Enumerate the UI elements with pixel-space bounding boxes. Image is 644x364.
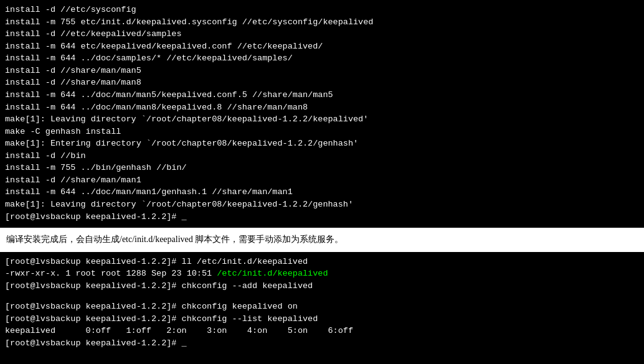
terminal-line: keepalived 0:off 1:off 2:on 3:on 4:on 5:… xyxy=(5,325,639,337)
main-container: install -d //etc/sysconfig install -m 75… xyxy=(0,0,644,364)
terminal-line: install -m 755 ../bin/genhash //bin/ xyxy=(5,162,639,174)
description-text: 编译安装完成后，会自动生成/etc/init.d/keepalived 脚本文件… xyxy=(0,228,644,251)
terminal-line: install -d //share/man/man1 xyxy=(5,174,639,187)
terminal-line: make[1]: Entering directory `/root/chapt… xyxy=(5,138,639,150)
terminal-line: -rwxr-xr-x. 1 root root 1288 Sep 23 10:5… xyxy=(5,268,639,280)
terminal-line: install -m 644 ../doc/samples/* //etc/ke… xyxy=(5,52,639,65)
terminal-line: install -d //etc/sysconfig xyxy=(5,4,639,16)
terminal-line: install -m 644 ../doc/man/man5/keepalive… xyxy=(5,89,639,101)
terminal-line: make[1]: Leaving directory `/root/chapte… xyxy=(5,198,639,211)
terminal-line: install -d //share/man/man8 xyxy=(5,77,639,89)
terminal-line: [root@lvsbackup keepalived-1.2.2]# chkco… xyxy=(5,313,639,325)
terminal-block-2: [root@lvsbackup keepalived-1.2.2]# ll /e… xyxy=(0,252,644,297)
terminal-line: install -d //share/man/man5 xyxy=(5,65,639,77)
terminal-line: install -m 644 etc/keepalived/keepalived… xyxy=(5,40,639,53)
terminal-line: install -m 644 ../doc/man/man1/genhash.1… xyxy=(5,186,639,198)
terminal-line: [root@lvsbackup keepalived-1.2.2]# chkco… xyxy=(5,301,639,313)
terminal-line: make -C genhash install xyxy=(5,126,639,138)
terminal-line: install -d //etc/keepalived/samples xyxy=(5,28,639,40)
terminal-line: [root@lvsbackup keepalived-1.2.2]# _ xyxy=(5,211,639,223)
terminal-block-3: [root@lvsbackup keepalived-1.2.2]# chkco… xyxy=(0,297,644,364)
terminal-line: install -m 755 etc/init.d/keepalived.sys… xyxy=(5,16,639,29)
terminal-line: make[1]: Leaving directory `/root/chapte… xyxy=(5,113,639,126)
terminal-block-1: install -d //etc/sysconfig install -m 75… xyxy=(0,0,644,228)
terminal-line: [root@lvsbackup keepalived-1.2.2]# _ xyxy=(5,337,639,350)
terminal-line: [root@lvsbackup keepalived-1.2.2]# chkco… xyxy=(5,280,639,292)
terminal-line: install -m 644 ../doc/man/man8/keepalive… xyxy=(5,101,639,114)
file-link: /etc/init.d/keepalived xyxy=(217,269,328,278)
terminal-line: [root@lvsbackup keepalived-1.2.2]# ll /e… xyxy=(5,256,639,268)
terminal-line: install -d //bin xyxy=(5,150,639,162)
description-label: 编译安装完成后，会自动生成/etc/init.d/keepalived 脚本文件… xyxy=(6,235,343,244)
